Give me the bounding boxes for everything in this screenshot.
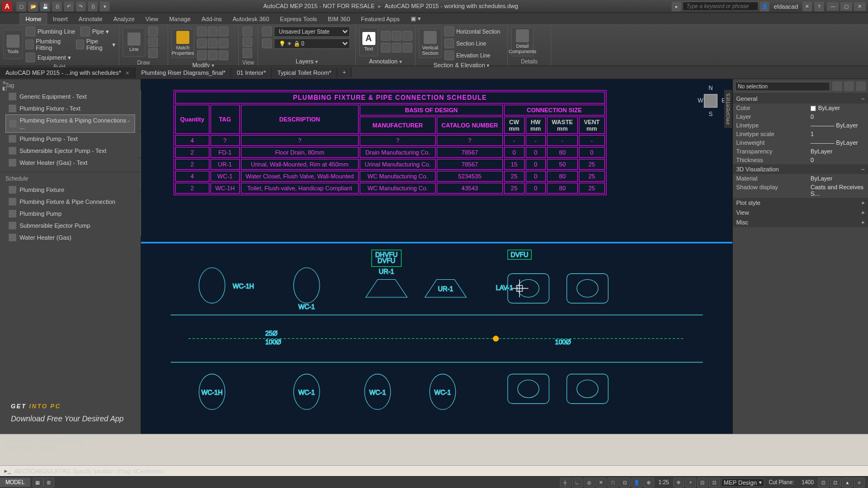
selection-combo[interactable]: No selection <box>735 82 830 91</box>
view-tool-icon[interactable] <box>242 37 252 47</box>
property-row[interactable]: Lineweight———— ByLayer <box>733 138 868 147</box>
select-objects-icon[interactable] <box>844 81 854 91</box>
property-row[interactable]: Thickness0 <box>733 156 868 164</box>
property-row[interactable]: Shadow displayCasts and Receives S... <box>733 183 868 198</box>
equipment-icon[interactable] <box>25 53 35 62</box>
workspace-combo[interactable]: MEP Design ▾ <box>721 478 764 487</box>
pipe-button[interactable]: Pipe <box>92 28 104 35</box>
ribbon-tab-manage[interactable]: Manage <box>164 14 196 24</box>
ribbon-tab-analyze[interactable]: Analyze <box>108 14 140 24</box>
schedule-table[interactable]: PLUMBING FIXTURE & PIPE CONNECTION SCHED… <box>174 90 607 195</box>
line-button[interactable]: Line <box>123 28 145 57</box>
doc-tab[interactable]: AutoCAD MEP 2015 - ...ing with schedules… <box>0 67 136 78</box>
elevation-line-button[interactable]: Elevation Line <box>456 53 490 59</box>
property-value[interactable]: ———— ByLayer <box>810 122 865 129</box>
keyword-search-input[interactable] <box>682 2 758 11</box>
status-tool-icon[interactable]: ⊡ <box>709 478 720 487</box>
layer-tool-icon[interactable] <box>262 27 272 36</box>
draw-tool-icon[interactable] <box>148 48 158 58</box>
table-row[interactable]: 4????---- <box>175 135 605 146</box>
match-properties-button[interactable]: Match Properties <box>171 29 194 58</box>
table-row[interactable]: 4WC-1Water Closet, Flush Valve, Wall-Mou… <box>175 171 605 182</box>
exchange-icon[interactable]: ✕ <box>802 2 812 11</box>
modify-tool-icon[interactable] <box>219 27 228 36</box>
drawing-canvas[interactable]: PLUMBING FIXTURE & PIPE CONNECTION SCHED… <box>141 79 732 434</box>
floor-plan-view[interactable]: WC-1H WC-1 UR-1 UR-1 25Ø 100Ø 100Ø WC-1H… <box>141 242 732 434</box>
draw-tool-icon[interactable] <box>148 37 158 47</box>
toggle-pim-icon[interactable] <box>856 81 866 91</box>
palette-item[interactable]: Submersible Ejector Pump <box>5 220 135 232</box>
qat-open-icon[interactable]: 📂 <box>28 2 38 11</box>
property-row[interactable]: Linetype scale1 <box>733 130 868 138</box>
quick-select-icon[interactable] <box>832 81 842 91</box>
qat-new-icon[interactable]: ▢ <box>16 2 26 11</box>
ribbon-tab-view[interactable]: View <box>140 14 164 24</box>
annot-tool-icon[interactable] <box>403 31 412 41</box>
horiz-section-icon[interactable] <box>444 27 454 36</box>
ribbon-tab-insert[interactable]: Insert <box>47 14 73 24</box>
cutplane-value[interactable]: 1400 <box>799 479 817 485</box>
status-tool-icon[interactable]: ✕ <box>596 478 607 487</box>
current-layer-combo[interactable]: 💡 ☀ 🔒 0 <box>274 38 350 49</box>
plumbing-fitting-icon[interactable] <box>25 40 34 49</box>
qat-undo-icon[interactable]: ↶ <box>64 2 74 11</box>
status-tool-icon[interactable]: ⊡ <box>697 478 708 487</box>
pipe-fitting-icon[interactable] <box>76 40 84 49</box>
table-row[interactable]: 2UR-1Urinal, Wall-Mounted, Rim at 450mmU… <box>175 159 605 170</box>
draw-tool-icon[interactable] <box>148 27 158 36</box>
modify-tool-icon[interactable] <box>197 38 207 48</box>
table-row[interactable]: 2WC-1HToilet, Flush-valve, Handicap Comp… <box>175 183 605 194</box>
ribbon-tab-addins[interactable]: Add-ins <box>196 14 227 24</box>
ribbon-tab-autodesk360[interactable]: Autodesk 360 <box>227 14 275 24</box>
property-value[interactable]: ———— ByLayer <box>810 139 865 146</box>
status-tool-icon[interactable]: □ <box>608 478 618 487</box>
palette-item[interactable]: Plumbing Fixture - Text <box>5 102 135 114</box>
modify-tool-icon[interactable] <box>197 27 207 36</box>
close-icon[interactable]: ✕ <box>854 2 866 11</box>
plumbing-line-icon[interactable] <box>25 27 35 36</box>
palette-item[interactable]: Generic Equipment - Text <box>5 91 135 102</box>
minimize-icon[interactable]: — <box>827 2 839 11</box>
modify-tool-icon[interactable] <box>197 50 207 60</box>
status-tool-icon[interactable]: ◎ <box>584 478 595 487</box>
property-value[interactable]: ByLayer <box>810 105 865 111</box>
doc-tab[interactable]: Typical Toilet Room* <box>272 67 337 78</box>
qat-more-icon[interactable]: ▾ <box>100 2 110 11</box>
annot-tool-icon[interactable] <box>392 31 401 41</box>
status-tool-icon[interactable]: ┼ <box>560 478 571 487</box>
qat-saveas-icon[interactable]: ⎙ <box>52 2 62 11</box>
grid-icon[interactable]: ▦ <box>33 478 43 487</box>
property-value[interactable]: 0 <box>810 157 865 163</box>
text-button[interactable]: AText <box>359 27 378 56</box>
palette-item[interactable]: Submersible Ejector Pump - Text <box>5 145 135 157</box>
table-row[interactable]: 2FD-1Floor Drain, 80mmDrain Manufacturin… <box>175 147 605 158</box>
status-tool-icon[interactable]: ∟ <box>572 478 583 487</box>
equipment-button[interactable]: Equipment <box>37 54 66 61</box>
annot-tool-icon[interactable] <box>392 43 401 53</box>
layer-tool-icon[interactable] <box>262 38 272 48</box>
section-general[interactable]: General− <box>733 94 868 104</box>
status-tool-icon[interactable]: + <box>685 478 696 487</box>
status-tool-icon[interactable]: ▲ <box>842 478 853 487</box>
horiz-section-button[interactable]: Horizontal Section <box>456 29 500 35</box>
plumbing-line-button[interactable]: Plumbing Line <box>37 28 75 35</box>
ribbon-tab-bim360[interactable]: BIM 360 <box>322 14 355 24</box>
status-tool-icon[interactable]: ⊡ <box>830 478 841 487</box>
status-tool-icon[interactable]: ⊕ <box>643 478 654 487</box>
ribbon-tab-home[interactable]: Home <box>20 13 47 24</box>
palette-item[interactable]: Plumbing Pump - Text <box>5 133 135 145</box>
modify-tool-icon[interactable] <box>208 38 218 48</box>
view-tool-icon[interactable] <box>242 27 252 36</box>
plumbing-fitting-button[interactable]: Plumbing Fitting <box>36 38 71 51</box>
property-value[interactable]: ByLayer <box>810 175 865 182</box>
snap-icon[interactable]: ⊞ <box>43 478 54 487</box>
property-row[interactable]: Layer0 <box>733 112 868 121</box>
signin-icon[interactable]: 👤 <box>760 2 769 11</box>
qat-plot-icon[interactable]: ⎙ <box>88 2 98 11</box>
palette-item[interactable]: Plumbing Fixture & Pipe Connection <box>5 196 135 208</box>
new-tab-button[interactable]: + <box>337 67 352 78</box>
property-value[interactable]: ByLayer <box>810 148 865 155</box>
palette-item[interactable]: Plumbing Fixture <box>5 184 135 196</box>
ribbon-tab-extra-icon[interactable]: ▣ ▾ <box>405 13 426 24</box>
property-value[interactable]: Casts and Receives S... <box>810 184 865 197</box>
